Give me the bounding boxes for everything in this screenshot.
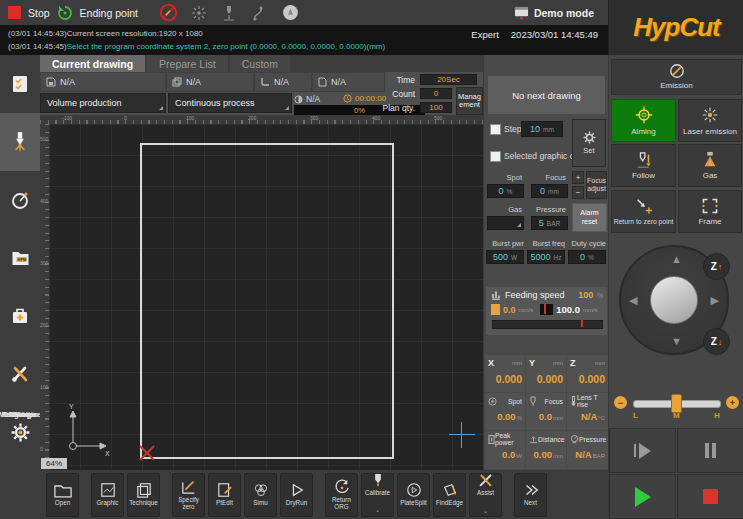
simu-button[interactable]: Simu [244,473,277,517]
speed-color-swatch[interactable] [491,304,500,315]
start-button[interactable] [609,474,676,519]
duty-cycle-input[interactable]: 0% [568,250,606,264]
gas-dropdown[interactable] [487,216,524,230]
calibrate-button[interactable]: Calibrate [361,473,394,517]
pressure-input[interactable]: 5BAR [531,216,568,230]
feeding-speed-slider[interactable] [492,320,603,329]
ruler-label: 100 [186,115,194,121]
platesplit-button[interactable]: PlateSplit [397,473,430,517]
job-slot-file[interactable]: N/A [40,72,166,92]
metric-pressure-cell: Pressure N/ABAR [567,431,608,469]
contour-icon [260,77,270,87]
count-value-box[interactable]: 0 [420,88,452,99]
jog-down-arrow-icon[interactable]: ▼ [671,335,682,347]
findedge-button[interactable]: FindEdge [433,473,466,517]
specify-zero-button[interactable]: Specify zero [172,473,205,517]
tab-current-drawing[interactable]: Current drawing [40,55,145,72]
drawing-canvas[interactable]: -1000100200300400500 5004003002001000 Y … [40,115,483,470]
production-mode-dropdown[interactable]: Volume production [40,93,166,113]
graphic-button[interactable]: Graphic [91,473,124,517]
pause-button[interactable] [677,428,743,473]
jog-right-arrow-icon[interactable]: ▶ [711,294,719,307]
gas-button[interactable]: Gas [678,144,742,187]
drawing-sheet-outline[interactable] [140,143,394,459]
sidebar-item-maintenance[interactable]: Maintenance [0,345,40,403]
log-panel: (03/01 14:45:43)Current screen resolutio… [0,25,608,55]
open-button[interactable]: Open [46,473,79,517]
assist-button[interactable]: Assist [469,473,502,517]
point-edit-icon [217,482,233,498]
ending-point-icon[interactable] [57,5,73,21]
tab-prepare-list[interactable]: Prepare List [147,55,228,72]
range-marker [544,303,546,314]
frame-button[interactable]: Frame [678,190,742,233]
step-input[interactable]: 10 mm [521,121,563,137]
next-button[interactable]: Next [514,473,547,517]
stop-button[interactable] [677,474,743,519]
spot-input[interactable]: 0% [487,184,524,198]
sidebar-item-diagnosis[interactable]: Diagnosis [0,287,40,345]
jog-left-arrow-icon[interactable]: ◀ [629,294,637,307]
focus-icon [529,396,537,406]
z-up-button[interactable]: Z↑ [703,253,730,280]
user-mode: Expert [471,29,498,40]
speed-mid-label: M [673,411,680,420]
burst-freq-input[interactable]: 5000Hz [527,250,565,264]
laser-emission-button[interactable]: Laser emission [678,99,742,142]
follow-button[interactable]: Follow [611,144,676,187]
focus-plus-button[interactable]: + [572,171,584,184]
set-button[interactable]: Set [572,119,606,167]
management-button[interactable]: Management [456,87,483,115]
job-slot-technique[interactable]: N/A [166,72,254,92]
sidebar-item-technique[interactable]: HPM Technique [0,229,40,287]
dropdown-caret-icon [375,498,380,516]
metric-spot-cell: Spot 0.00% [485,393,525,430]
canvas-plot-area[interactable]: Y X [49,124,483,470]
job-slot-doc[interactable]: N/A [312,72,385,92]
axis-unit: mm [553,360,563,366]
plan-qty-value-box[interactable]: 100 [420,102,452,113]
metric-unit: % [517,415,522,421]
jog-up-arrow-icon[interactable]: ▲ [671,253,682,265]
aiming-button[interactable]: Aiming [611,99,676,142]
focus-label: Focus [531,173,566,182]
stop-indicator-icon[interactable] [8,6,21,19]
tab-custom[interactable]: Custom [230,55,290,72]
alarm-reset-button[interactable]: Alarm reset [572,203,607,232]
distance-icon [529,434,538,444]
dryrun-button[interactable]: DryRun [280,473,313,517]
time-value-box[interactable]: 20Sec [420,74,477,85]
sidebar-item-debug[interactable]: Debug [0,171,40,229]
emission-button[interactable]: Emission [611,59,742,95]
laser-burst-icon[interactable] [191,5,207,21]
speed-plus-button[interactable]: + [726,396,739,409]
laser-disabled-icon[interactable] [159,3,178,22]
z-down-button[interactable]: Z↓ [703,328,730,355]
technique-button[interactable]: Technique [127,473,160,517]
gas-spray-icon [701,151,719,169]
focus-input[interactable]: 0mm [531,184,568,198]
job-slot-nest[interactable]: N/A [254,72,312,92]
process-mode-dropdown[interactable]: Continuous process [168,93,292,113]
sidebar-item-plan[interactable]: Plan [0,55,40,113]
step-checkbox[interactable] [490,124,501,135]
selected-graphic-checkbox[interactable] [490,151,501,162]
ptedit-button[interactable]: PtEdit [208,473,241,517]
step-run-button[interactable] [609,428,676,473]
sidebar-item-production[interactable]: Production [0,113,40,171]
status-circle-icon[interactable] [282,4,299,21]
step-unit: mm [543,126,554,133]
speed-minus-button[interactable]: − [614,396,627,409]
focus-minus-button[interactable]: − [572,186,584,199]
slider-marker [581,320,583,327]
pause-icon [705,443,709,458]
jog-center-knob[interactable] [650,276,698,324]
svg-text:HPM: HPM [17,257,27,262]
focus-adjust-button[interactable]: Focus adjust [586,171,607,199]
burst-pwr-input[interactable]: 500W [486,250,524,264]
gas-pipe-icon[interactable] [251,5,267,21]
return-to-zero-button[interactable]: Return to zero point [611,190,676,233]
coord-x-cell: Xmm 0.000 [485,355,525,392]
follow-nozzle-icon[interactable] [222,5,236,21]
return-org-button[interactable]: Return ORG [325,473,358,517]
